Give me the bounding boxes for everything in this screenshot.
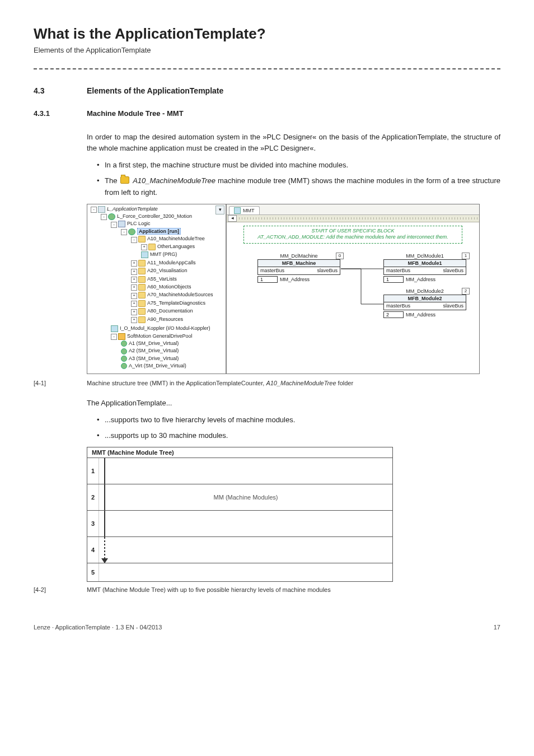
separator [34,68,500,69]
tree-node[interactable]: A3 (SM_Drive_Virtual) [129,356,179,361]
fb-port: slaveBus [443,268,463,273]
tree-node[interactable]: MMT (PRG) [150,251,177,257]
tree-node[interactable]: A_Virt (SM_Drive_Virtual) [129,363,186,368]
fb-address-value: 1 [257,276,278,283]
fb-id-tag: 0 [336,253,344,259]
tree-node[interactable]: A20_Visualisation [147,268,187,274]
subsection-title: Machine Module Tree - MMT [87,109,184,118]
scroll-left-icon[interactable]: ◂ [228,215,237,222]
section-number: 4.3 [34,86,87,95]
tree-node[interactable]: SoftMotion GeneralDrivePool [127,333,193,339]
caption-tag: [4-1] [34,380,87,386]
plc-icon [118,221,125,227]
expand-icon[interactable]: + [131,317,137,323]
device-icon [108,213,115,220]
tree-node[interactable]: A10_MachineModuleTree [147,236,205,242]
function-block-machine[interactable]: MM_DclMachine 0 MFB_Machine masterBussla… [257,253,340,283]
folder-icon [120,176,129,184]
arrow-segment [104,484,105,510]
ruler-bar: ◂ [227,215,479,222]
section-title: Elements of the ApplicationTemplate [87,86,223,95]
section-heading: 4.3 Elements of the ApplicationTemplate [34,86,500,95]
expand-icon[interactable]: + [141,244,147,250]
fb-port: masterBus [386,303,410,309]
tree-node-application[interactable]: Application [run] [137,228,181,235]
tree-node[interactable]: A11_ModuleAppCalls [147,260,196,265]
collapse-icon[interactable]: - [91,207,97,213]
tree-node[interactable]: A90_Resources [147,316,183,322]
cfc-canvas[interactable]: START OF USER SPECIFIC BLOCK AT_ACTION_A… [227,222,479,323]
tree-node[interactable]: A75_TemplateDiagnostics [147,300,205,306]
expand-icon[interactable]: + [131,309,137,315]
collapse-icon[interactable]: - [111,334,117,340]
fb-type: MFB_Module1 [384,260,466,267]
page-subtitle: Elements of the ApplicationTemplate [34,46,500,54]
tree-node[interactable]: I_O_Modul_Koppler (I/O Modul-Koppler) [120,325,210,331]
folder-icon [138,260,146,267]
fb-id-tag: 1 [462,253,470,259]
drive-icon [121,348,127,354]
project-icon [98,206,105,213]
expand-icon[interactable]: + [131,301,137,307]
expand-icon[interactable]: + [131,293,137,299]
ruler [239,217,479,220]
row-number: 2 [87,484,99,510]
dropdown-icon[interactable]: ▾ [216,206,224,214]
bullet-item: ...supports up to 30 machine modules. [97,430,500,441]
tree-node[interactable]: A1 (SM_Drive_Virtual) [129,340,179,346]
fb-instance-name: MM_DclModule2 [383,288,466,294]
tree-node[interactable]: OtherLanguages [157,244,195,249]
tree-node[interactable]: L_ApplicationTemplate [107,206,158,212]
fb-type: MFB_Module2 [384,295,466,302]
tree-node[interactable]: A80_Documentation [147,309,193,314]
expand-icon[interactable]: + [131,269,137,275]
tree-node[interactable]: PLC Logic [127,221,151,227]
drive-icon [121,340,127,347]
collapse-icon[interactable]: - [131,237,137,243]
row-number: 5 [87,563,99,581]
row-number: 3 [87,511,99,536]
collapse-icon[interactable]: - [121,229,127,235]
fb-port: slaveBus [443,303,463,309]
folder-icon [138,236,146,242]
tree-node[interactable]: A70_MachineModuleSources [147,292,213,298]
tab-bar: MMT [227,204,479,215]
tab-mmt[interactable]: MMT [229,206,260,214]
collapse-icon[interactable]: - [101,214,107,220]
folder-icon [148,244,156,250]
folder-icon [138,292,146,298]
expand-icon[interactable]: + [131,284,137,291]
page-footer: Lenze · ApplicationTemplate · 1.3 EN - 0… [34,624,500,631]
bullet-item: The A10_MachineModuleTree machine module… [97,175,500,198]
fb-port: MM_Address [280,277,310,282]
module-icon [111,325,118,332]
fb-port: MM_Address [406,277,435,282]
program-icon [234,207,241,214]
drive-icon [121,356,127,362]
fb-address-value: 2 [383,311,404,318]
folder-icon [138,300,146,307]
tree-node[interactable]: L_Force_Controller_3200_Motion [117,213,192,219]
project-tree-pane: ▾ -L_ApplicationTemplate -L_Force_Contro… [87,204,227,374]
fb-instance-name: MM_DclModule1 [383,253,466,259]
function-block-module1[interactable]: MM_DclModule1 1 MFB_Module1 masterBussla… [383,253,466,283]
fb-id-tag: 2 [462,288,470,295]
collapse-icon[interactable]: - [111,222,117,228]
tree-node[interactable]: A60_MotionObjects [147,284,191,290]
figure-caption: [4-1] Machine structure tree (MMT) in th… [34,380,500,386]
figure-4-2: MMT (Machine Module Tree) 1 2MM (Machine… [87,447,393,582]
arrow-segment [104,511,105,536]
bullet-item: ...supports two to five hierarchy levels… [97,414,500,426]
expand-icon[interactable]: + [131,277,137,283]
function-block-module2[interactable]: MM_DclModule2 2 MFB_Module2 masterBussla… [383,288,466,318]
tree-node[interactable]: A55_VarLists [147,276,177,282]
paragraph: In order to map the desired automation s… [87,132,500,154]
folder-icon [138,276,146,283]
fb-port: slaveBus [317,268,338,273]
editor-pane: MMT ◂ START OF USER SPECIFIC BLOCK AT_AC… [227,204,479,374]
folder-icon [138,268,146,274]
caption-text: MMT (Machine Module Tree) with up to fiv… [87,586,331,593]
expand-icon[interactable]: + [131,260,137,267]
tree-node[interactable]: A2 (SM_Drive_Virtual) [129,348,179,353]
figure-4-1: ▾ -L_ApplicationTemplate -L_Force_Contro… [87,204,480,374]
